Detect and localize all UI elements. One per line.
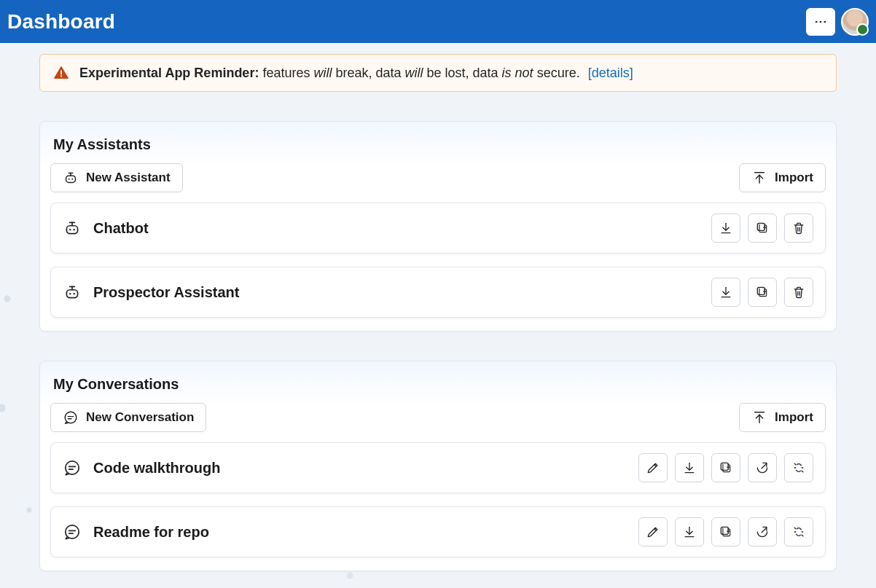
trash-icon bbox=[791, 285, 806, 299]
new-assistant-button[interactable]: New Assistant bbox=[50, 163, 183, 192]
download-icon bbox=[682, 460, 697, 475]
conversations-section: My Conversations New Conversation Import… bbox=[39, 361, 837, 571]
duplicate-button[interactable] bbox=[711, 453, 740, 482]
experimental-banner: Experimental App Reminder: features will… bbox=[39, 54, 837, 92]
conversations-title: My Conversations bbox=[50, 372, 826, 403]
conversation-name: Readme for repo bbox=[93, 524, 627, 541]
duplicate-button[interactable] bbox=[748, 278, 777, 307]
unlink-button[interactable] bbox=[784, 453, 813, 482]
more-menu-button[interactable] bbox=[806, 8, 835, 36]
banner-details-link[interactable]: [details] bbox=[588, 66, 633, 80]
assistants-title: My Assistants bbox=[50, 132, 826, 163]
assistant-row[interactable]: Prospector Assistant bbox=[50, 267, 826, 318]
share-icon bbox=[755, 525, 770, 539]
pencil-icon bbox=[646, 525, 660, 539]
delete-button[interactable] bbox=[784, 278, 813, 307]
duplicate-icon bbox=[719, 525, 733, 539]
bot-icon bbox=[63, 283, 82, 302]
edit-button[interactable] bbox=[638, 453, 668, 482]
chat-icon bbox=[63, 522, 82, 541]
new-conversation-button[interactable]: New Conversation bbox=[50, 403, 206, 432]
download-icon bbox=[682, 525, 697, 539]
assistant-name: Prospector Assistant bbox=[93, 284, 700, 301]
edit-button[interactable] bbox=[638, 517, 668, 546]
import-icon bbox=[751, 409, 767, 426]
import-assistant-label: Import bbox=[775, 170, 813, 185]
unlink-button[interactable] bbox=[784, 517, 813, 546]
download-button[interactable] bbox=[675, 517, 704, 546]
avatar[interactable] bbox=[841, 8, 869, 36]
more-icon bbox=[813, 15, 828, 29]
page-title: Dashboard bbox=[7, 10, 115, 34]
download-icon bbox=[719, 221, 733, 235]
duplicate-icon bbox=[719, 460, 733, 475]
share-button[interactable] bbox=[748, 517, 777, 546]
download-button[interactable] bbox=[711, 213, 740, 243]
duplicate-button[interactable] bbox=[748, 213, 777, 243]
chat-icon bbox=[63, 409, 79, 426]
bot-icon bbox=[63, 219, 82, 238]
download-button[interactable] bbox=[711, 278, 740, 307]
banner-text: Experimental App Reminder: features will… bbox=[79, 66, 633, 81]
trash-icon bbox=[791, 221, 806, 235]
warning-icon bbox=[53, 65, 69, 81]
new-conversation-label: New Conversation bbox=[86, 410, 194, 425]
bot-icon bbox=[63, 170, 79, 186]
import-assistant-button[interactable]: Import bbox=[739, 163, 826, 192]
conversation-row[interactable]: Readme for repo bbox=[50, 506, 826, 557]
conversation-name: Code walkthrough bbox=[93, 460, 627, 477]
duplicate-icon bbox=[755, 221, 770, 235]
share-button[interactable] bbox=[748, 453, 777, 482]
duplicate-icon bbox=[755, 285, 770, 299]
pencil-icon bbox=[646, 460, 660, 475]
share-icon bbox=[755, 460, 770, 475]
unlink-icon bbox=[791, 525, 806, 539]
new-assistant-label: New Assistant bbox=[86, 170, 171, 185]
chat-icon bbox=[63, 458, 82, 477]
import-conversation-button[interactable]: Import bbox=[739, 403, 826, 432]
download-icon bbox=[719, 285, 733, 299]
import-conversation-label: Import bbox=[775, 410, 813, 425]
assistant-row[interactable]: Chatbot bbox=[50, 203, 826, 254]
delete-button[interactable] bbox=[784, 213, 813, 243]
assistant-name: Chatbot bbox=[93, 220, 700, 237]
duplicate-button[interactable] bbox=[711, 517, 740, 546]
assistants-section: My Assistants New Assistant Import Chatb… bbox=[39, 121, 837, 332]
app-header: Dashboard bbox=[0, 0, 876, 43]
download-button[interactable] bbox=[675, 453, 704, 482]
unlink-icon bbox=[791, 460, 806, 475]
conversation-row[interactable]: Code walkthrough bbox=[50, 442, 826, 493]
import-icon bbox=[751, 170, 767, 186]
